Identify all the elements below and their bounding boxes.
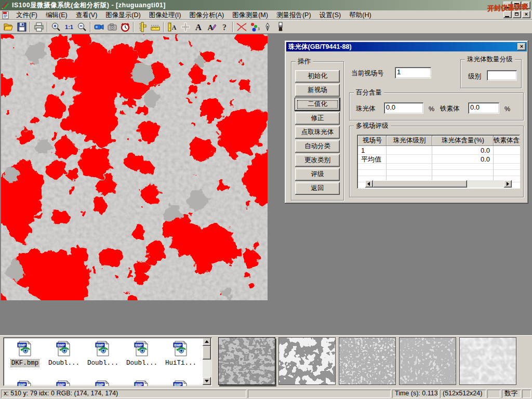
scroll-down-button[interactable]	[203, 377, 211, 385]
table-row[interactable]: 10.0	[358, 146, 519, 155]
video-capture-button[interactable]	[92, 21, 105, 33]
brush-button[interactable]	[274, 21, 287, 33]
svg-text:BMP: BMP	[135, 383, 143, 387]
measure-text-button[interactable]: A	[166, 21, 179, 33]
op-button-3[interactable]: 修正	[295, 112, 340, 125]
op-button-2[interactable]: 二值化	[295, 98, 340, 111]
minimize-icon	[505, 16, 509, 17]
file-item-row2-0[interactable]: BMP	[6, 380, 44, 386]
scroll-right-button[interactable]	[504, 180, 512, 188]
table-cell	[387, 146, 432, 155]
save-button[interactable]	[15, 21, 28, 33]
ferrite-input[interactable]: 0.0	[468, 102, 499, 114]
thumbnail-4[interactable]	[399, 337, 456, 385]
op-button-6[interactable]: 更改类别	[295, 154, 340, 167]
menu-item-1[interactable]: 编辑(E)	[42, 10, 72, 20]
thumbnail-3[interactable]	[339, 337, 396, 385]
op-button-4[interactable]: 点取珠光体	[295, 126, 340, 139]
table-header-3[interactable]: 铁素体含量(%)	[494, 136, 520, 146]
menu-item-3[interactable]: 图像显示(D)	[101, 10, 144, 20]
right-arrow-icon	[507, 182, 509, 186]
table-hscrollbar[interactable]	[365, 180, 512, 188]
op-button-8[interactable]: 返回	[295, 182, 340, 195]
vscroll-thumb[interactable]	[203, 346, 211, 360]
file-item-row2-1[interactable]: BMP	[45, 380, 83, 386]
file-browser[interactable]: BMPDKF.bmpBMPDoubl...BMPDoubl...BMPDoubl…	[3, 337, 212, 386]
table-header-1[interactable]: 珠光体级别	[387, 136, 432, 146]
op-button-5[interactable]: 自动分类	[295, 140, 340, 153]
table-row[interactable]: 平均值0.0	[358, 155, 519, 164]
timer-icon	[120, 22, 130, 32]
child-close-button[interactable]: ×	[522, 11, 530, 18]
grading-group: 珠光体数量分级 级别	[460, 59, 522, 88]
file-name: Doubl...	[48, 360, 80, 367]
file-vscrollbar[interactable]	[203, 338, 211, 385]
op-button-0[interactable]: 初始化	[295, 70, 340, 83]
toolbar-separator	[90, 22, 91, 32]
menu-item-2[interactable]: 查看(V)	[72, 10, 102, 20]
table-row[interactable]	[358, 170, 519, 176]
print-button[interactable]	[32, 21, 45, 33]
measure-text-icon: A	[167, 22, 178, 32]
thumbnail-1[interactable]	[218, 337, 275, 385]
open-button[interactable]	[2, 21, 15, 33]
level-input[interactable]	[487, 70, 517, 81]
actual-size-button[interactable]: 1:1	[62, 21, 75, 33]
timer-button[interactable]	[118, 21, 131, 33]
menu-item-6[interactable]: 图像测量(M)	[228, 10, 272, 20]
classify-points-button[interactable]: 3	[248, 21, 261, 33]
zoom-in-button[interactable]	[49, 21, 62, 33]
file-item-1[interactable]: BMPDoubl...	[45, 340, 83, 367]
pearlite-input[interactable]: 0.0	[384, 102, 423, 114]
micrograph-image[interactable]	[1, 34, 268, 300]
hscroll-thumb[interactable]	[373, 180, 467, 188]
move-cross-button[interactable]	[179, 21, 192, 33]
status-bar: x: 510 y: 79 idx: 0 RGB: (174, 174, 174)…	[0, 388, 532, 399]
file-item-row2-4[interactable]: BMP	[162, 380, 200, 386]
dialog-title-bar[interactable]: 珠光体(GB/T9441-88) ×	[286, 42, 527, 51]
file-name: HuiTi...	[165, 360, 197, 367]
table-header-0[interactable]: 视场号	[358, 136, 387, 146]
dialog-close-button[interactable]: ×	[517, 43, 526, 50]
thumbnail-5[interactable]	[459, 337, 516, 385]
op-button-1[interactable]: 新视场	[295, 84, 340, 97]
help-button[interactable]: ?	[218, 21, 231, 33]
menu-item-9[interactable]: 帮助(H)	[345, 10, 375, 20]
menu-item-4[interactable]: 图像处理(I)	[145, 10, 185, 20]
zoom-out-button[interactable]	[75, 21, 88, 33]
svg-text:BMP: BMP	[135, 343, 143, 347]
hscroll-track[interactable]	[373, 180, 504, 188]
camera-button[interactable]	[105, 21, 118, 33]
current-field-input[interactable]: 1	[395, 67, 431, 78]
file-name: Doubl...	[87, 360, 119, 367]
table-row[interactable]	[358, 164, 519, 170]
svg-text:BMP: BMP	[174, 383, 182, 387]
bmp-file-icon: BMP	[95, 340, 111, 357]
annotate-text-button[interactable]: A	[205, 21, 218, 33]
rating-table[interactable]: 视场号珠光体级别珠光体含量(%)铁素体含量(%) 10.0平均值0.0	[357, 135, 520, 189]
pen-button[interactable]	[261, 21, 274, 33]
menu-item-8[interactable]: 设置(S)	[315, 10, 345, 20]
curve-cut-button[interactable]	[235, 21, 248, 33]
file-item-4[interactable]: BMPHuiTi...	[162, 340, 200, 367]
scroll-up-button[interactable]	[203, 338, 211, 346]
table-cell	[494, 146, 520, 155]
file-item-2[interactable]: BMPDoubl...	[84, 340, 122, 367]
file-item-3[interactable]: BMPDoubl...	[123, 340, 161, 367]
menu-item-5[interactable]: 图像分析(A)	[185, 10, 228, 20]
file-item-0[interactable]: BMPDKF.bmp	[6, 340, 44, 367]
menu-item-0[interactable]: 文件(F)	[12, 10, 42, 20]
file-item-row2-3[interactable]: BMP	[123, 380, 161, 386]
file-item-row2-2[interactable]: BMP	[84, 380, 122, 386]
svg-text:A: A	[207, 23, 213, 32]
table-header-2[interactable]: 珠光体含量(%)	[432, 136, 494, 146]
svg-text:BMP: BMP	[57, 383, 65, 387]
text-button[interactable]: A	[192, 21, 205, 33]
caliper-button[interactable]	[136, 21, 149, 33]
menu-item-7[interactable]: 测量报告(P)	[272, 10, 315, 20]
thumbnail-2[interactable]	[278, 337, 336, 385]
ruler-button[interactable]	[149, 21, 162, 33]
level-label: 级别	[468, 72, 481, 81]
scroll-left-button[interactable]	[365, 180, 373, 188]
op-button-7[interactable]: 评级	[295, 168, 340, 181]
